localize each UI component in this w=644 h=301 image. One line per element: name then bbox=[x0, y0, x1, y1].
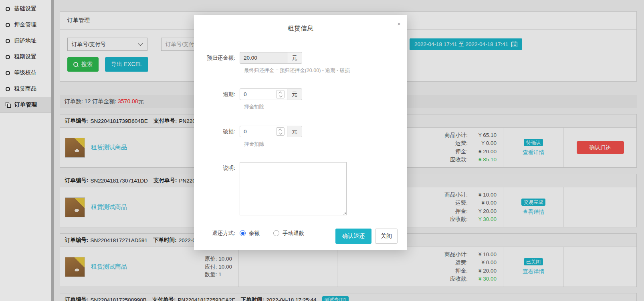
currency-addon: 元 bbox=[287, 88, 302, 100]
divider bbox=[194, 39, 407, 39]
pre-return-amount-group: 元 bbox=[240, 52, 302, 64]
damage-row: 破损: 元 bbox=[194, 126, 407, 137]
rental-info-modal: × 租赁信息 预归还金额: 元 最终归还押金 = 预归还押金(20.00) - … bbox=[194, 15, 407, 250]
radio-balance[interactable]: 余额 bbox=[240, 230, 260, 237]
amount-help-text: 最终归还押金 = 预归还押金(20.00) - 逾期 - 破损 bbox=[244, 67, 407, 74]
radio-unselected-icon bbox=[273, 230, 279, 236]
modal-title: 租赁信息 bbox=[194, 15, 407, 39]
confirm-refund-button[interactable]: 确认退还 bbox=[335, 229, 371, 244]
damage-help-text: 押金扣除 bbox=[244, 141, 407, 148]
modal-close-button[interactable]: 关闭 bbox=[375, 229, 398, 244]
close-icon[interactable]: × bbox=[397, 21, 401, 27]
refund-method-label: 退还方式: bbox=[194, 227, 240, 237]
radio-manual-label: 手动退款 bbox=[283, 230, 304, 237]
currency-addon: 元 bbox=[287, 126, 302, 137]
overdue-group: 元 bbox=[240, 88, 302, 100]
currency-addon: 元 bbox=[287, 52, 302, 64]
radio-selected-icon bbox=[240, 230, 246, 236]
damage-group: 元 bbox=[240, 126, 302, 137]
note-textarea[interactable] bbox=[240, 162, 347, 215]
number-stepper[interactable] bbox=[276, 90, 285, 98]
overdue-label: 逾期: bbox=[194, 88, 240, 100]
pre-return-amount-label: 预归还金额: bbox=[194, 52, 240, 64]
overdue-row: 逾期: 元 bbox=[194, 88, 407, 100]
note-row: 说明: bbox=[194, 162, 407, 215]
overdue-help-text: 押金扣除 bbox=[244, 104, 407, 110]
pre-return-amount-row: 预归还金额: 元 bbox=[194, 52, 407, 64]
note-label: 说明: bbox=[194, 162, 240, 215]
damage-label: 破损: bbox=[194, 126, 240, 137]
radio-manual-refund[interactable]: 手动退款 bbox=[273, 230, 304, 237]
radio-balance-label: 余额 bbox=[249, 230, 260, 237]
modal-footer: 确认退还 关闭 bbox=[335, 229, 398, 244]
pre-return-amount-input bbox=[240, 52, 287, 64]
number-stepper[interactable] bbox=[276, 127, 285, 136]
